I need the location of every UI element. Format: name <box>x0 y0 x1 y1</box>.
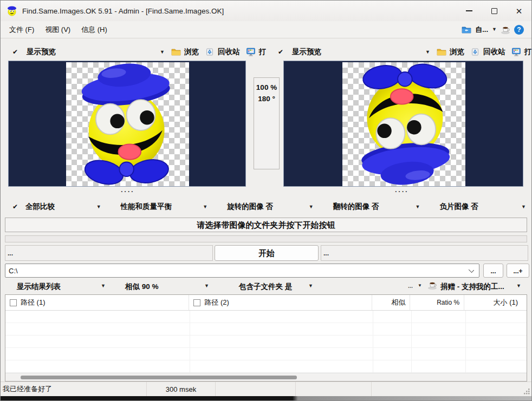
scrollbar-thumb[interactable] <box>21 376 297 379</box>
table-body[interactable] <box>5 311 527 373</box>
compare-all-label: 全部比较 <box>25 202 55 212</box>
more-options-label[interactable]: ... <box>408 282 413 289</box>
open-right-button[interactable]: 打 <box>511 47 532 57</box>
column-divider <box>465 311 466 373</box>
option-negative[interactable]: 负片图像 否 ▼ <box>425 199 531 215</box>
combo-chevron-icon[interactable] <box>469 267 474 273</box>
resize-grip-icon[interactable] <box>523 388 530 395</box>
rotated-image-wrapper <box>342 62 465 186</box>
auto-language-label[interactable]: 自... <box>475 25 488 35</box>
close-button[interactable]: ✕ <box>507 1 531 21</box>
open-left-button[interactable]: 打 <box>246 47 267 57</box>
column-divider <box>411 311 412 373</box>
menu-file[interactable]: 文件 (F) <box>4 22 40 37</box>
menu-info[interactable]: 信息 (H) <box>76 22 113 37</box>
similarity-arrow[interactable]: ▼ <box>204 284 209 288</box>
recycle-left-button[interactable]: 回收站 <box>205 47 240 57</box>
splitter-handle-right[interactable]: ···· <box>395 187 408 195</box>
status-section <box>216 382 296 396</box>
dropdown-arrow-icon: ▼ <box>415 205 420 209</box>
option-compare-all[interactable]: ✔ 全部比较 ▼ <box>1 199 107 215</box>
maximize-icon <box>491 8 497 14</box>
monitor-icon <box>246 48 256 56</box>
smiley-image <box>66 62 189 186</box>
column-header-path1[interactable]: 路径 (1) <box>5 295 189 310</box>
preview-pane-right[interactable] <box>283 61 523 187</box>
recycle-bin-icon <box>205 48 215 56</box>
subfolders-label[interactable]: 包含子文件夹 是 <box>239 282 292 292</box>
column-divider <box>373 311 373 373</box>
show-preview-right-label[interactable]: 显示预览 <box>292 47 321 57</box>
check-icon: ✔ <box>12 203 18 211</box>
recycle-label: 回收站 <box>218 47 240 57</box>
show-results-arrow[interactable]: ▼ <box>101 284 106 288</box>
toolbar-left: ✔ 显示预览 ▼ 浏览 回收站 <box>1 43 266 61</box>
preview-pane-left[interactable] <box>8 61 246 187</box>
minimize-button[interactable] <box>457 1 482 21</box>
folder-yellow-icon <box>171 48 181 56</box>
donate-coffee-icon[interactable] <box>427 281 437 290</box>
column-header-similar[interactable]: 相似 <box>372 295 411 310</box>
column-header-ratio[interactable]: Ratio % <box>410 295 464 310</box>
help-icon[interactable]: ? <box>514 25 524 35</box>
show-results-label[interactable]: 显示结果列表 <box>17 282 61 292</box>
zoom-rotation-panel[interactable]: 100 % 180 ° <box>254 77 280 169</box>
status-elapsed-time: 300 msek <box>147 382 216 396</box>
recycle-right-button[interactable]: 回收站 <box>470 47 505 57</box>
menu-view[interactable]: 视图 (V) <box>40 22 76 37</box>
monitor-icon <box>511 48 521 56</box>
table-row <box>5 360 527 373</box>
status-section <box>372 382 531 396</box>
more-options-arrow[interactable]: ▼ <box>418 284 422 288</box>
donate-coffee-icon[interactable] <box>501 25 510 34</box>
folder-yellow-icon <box>437 48 446 56</box>
browse-right-button[interactable]: 浏览 <box>437 47 464 57</box>
column-divider <box>190 311 190 373</box>
zoom-value: 100 % <box>254 82 279 93</box>
check-icon[interactable]: ✔ <box>278 48 283 56</box>
open-label: 打 <box>524 47 532 57</box>
table-row <box>5 336 527 348</box>
check-icon[interactable]: ✔ <box>12 48 18 56</box>
column-header-size[interactable]: 大小 (1) <box>464 295 527 310</box>
preview-dropdown-arrow[interactable]: ▼ <box>425 50 430 55</box>
recycle-label: 回收站 <box>483 47 505 57</box>
preview-dropdown-arrow[interactable]: ▼ <box>160 50 165 55</box>
start-button[interactable]: 开始 <box>215 245 319 261</box>
horizontal-scrollbar[interactable] <box>5 373 527 381</box>
splitter-row: ···· ···· <box>1 187 531 199</box>
title-bar: Find.Same.Images.OK 5.91 - Admin - [Find… <box>1 1 531 21</box>
checkbox-path1[interactable] <box>10 299 17 306</box>
similarity-label[interactable]: 相似 90 % <box>125 282 159 292</box>
maximize-button[interactable] <box>482 1 507 21</box>
browse-label: 浏览 <box>184 47 199 57</box>
folder-blue-icon[interactable] <box>462 25 471 34</box>
results-options-row: 显示结果列表 ▼ 相似 90 % ▼ 包含子文件夹 是 ▼ ... ▼ 捐赠 -… <box>1 278 531 294</box>
status-bar: 我已经准备好了 300 msek <box>1 382 531 396</box>
status-field-right: ... <box>321 245 528 261</box>
add-path-button[interactable]: ...+ <box>507 264 529 278</box>
column-header-path2[interactable]: 路径 (2) <box>189 295 372 310</box>
auto-dropdown-arrow[interactable]: ▼ <box>492 27 497 32</box>
show-preview-left-label[interactable]: 显示预览 <box>27 47 56 57</box>
dropdown-arrow-icon: ▼ <box>521 205 526 209</box>
instruction-message: 请选择带图像的文件夹并按下开始按钮 <box>5 218 527 232</box>
close-icon: ✕ <box>516 7 523 15</box>
browse-left-button[interactable]: 浏览 <box>171 47 199 57</box>
option-quality[interactable]: 性能和质量平衡 ▼ <box>107 199 213 215</box>
checkbox-path2[interactable] <box>193 299 200 306</box>
splitter-handle-left[interactable]: ···· <box>121 187 134 195</box>
path1-header-label: 路径 (1) <box>21 298 46 307</box>
path-combobox[interactable]: C:\ <box>5 264 479 278</box>
subfolders-arrow[interactable]: ▼ <box>308 284 313 288</box>
donate-arrow[interactable]: ▼ <box>516 284 521 288</box>
status-ready: 我已经准备好了 <box>1 382 147 396</box>
status-section <box>296 382 372 396</box>
browse-path-button[interactable]: ... <box>483 264 503 278</box>
app-icon <box>7 5 17 16</box>
option-flipped[interactable]: 翻转的图像 否 ▼ <box>319 199 426 215</box>
option-rotated[interactable]: 旋转的图像 否 ▼ <box>213 199 319 215</box>
path-value: C:\ <box>9 267 18 275</box>
rotated-label: 旋转的图像 否 <box>227 202 273 212</box>
donate-label[interactable]: 捐赠 - 支持我的工... <box>440 282 504 292</box>
